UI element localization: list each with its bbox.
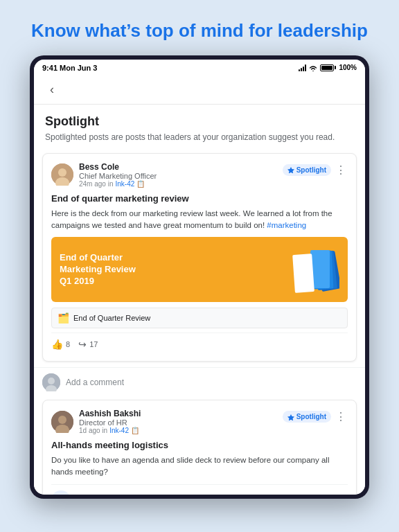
marketing-card-subtitle: Q1 2019 <box>60 276 136 287</box>
marketing-graphic <box>284 245 339 294</box>
more-menu-1[interactable]: ⋮ <box>334 162 348 178</box>
svg-marker-15 <box>287 414 294 420</box>
svg-point-13 <box>58 416 66 424</box>
tablet-frame: 9:41 Mon Jun 3 100% <box>30 55 369 499</box>
poll-row: Poll View 30 votes • Undo vote <box>51 484 348 495</box>
post-reactions-1: 👍 8 ↪ 17 <box>51 332 348 353</box>
spotlight-header: Spotlight Spotlighted posts are posts th… <box>34 105 365 148</box>
comment-input[interactable]: Add a comment <box>66 378 357 387</box>
battery-icon <box>320 64 336 71</box>
signal-icon <box>299 64 306 71</box>
post-actions-2: Spotlight ⋮ <box>283 409 348 425</box>
doc-name: End of Quarter Review <box>73 314 150 322</box>
avatar-2 <box>51 411 73 433</box>
page-title: Know what’s top of mind for leadership <box>22 19 377 43</box>
back-button[interactable]: ‹ <box>44 82 60 98</box>
like-count-1: 8 <box>66 340 70 348</box>
poll-icon-container <box>51 490 71 495</box>
post-author-1: Bess Cole Chief Marketing Officer 24m ag… <box>51 162 157 188</box>
author-title-2: Director of HR <box>79 418 141 427</box>
post-card-1: Bess Cole Chief Marketing Officer 24m ag… <box>42 153 357 362</box>
marketing-card: End of QuarterMarketing Review Q1 2019 <box>51 237 348 302</box>
wifi-icon <box>309 64 317 71</box>
content-area[interactable]: ‹ Spotlight Spotlighted posts are posts … <box>34 76 365 495</box>
doc-icon: 🗂️ <box>57 312 69 323</box>
post-author-2: Aashish Bakshi Director of HR 1d ago in … <box>51 409 141 434</box>
svg-marker-3 <box>287 167 294 173</box>
comment-avatar <box>42 373 60 391</box>
svg-rect-8 <box>292 254 314 293</box>
channel-link-2[interactable]: Ink-42 <box>109 427 129 434</box>
author-meta-2: 1d ago in Ink-42 📋 <box>79 427 141 434</box>
hashtag-1[interactable]: #marketing <box>267 221 306 229</box>
comment-area-1: Add a comment <box>34 367 365 397</box>
share-icon: ↪ <box>78 339 87 350</box>
battery-percent: 100% <box>339 64 357 71</box>
thumbs-up-icon: 👍 <box>51 339 63 350</box>
svg-point-10 <box>48 378 55 384</box>
author-name-1: Bess Cole <box>79 162 157 172</box>
share-count-1: 17 <box>89 340 98 348</box>
post-body-1: Here is the deck from our marketing revi… <box>51 208 348 232</box>
doc-attachment-1[interactable]: 🗂️ End of Quarter Review <box>51 308 348 328</box>
avatar-1 <box>51 163 73 186</box>
spotlight-icon <box>287 166 294 173</box>
author-title-1: Chief Marketing Officer <box>79 172 157 180</box>
author-name-2: Aashish Bakshi <box>79 409 141 418</box>
top-nav: ‹ <box>34 76 365 105</box>
status-time: 9:41 Mon Jun 3 <box>42 64 97 72</box>
post-body-2: Do you like to have an agenda and slide … <box>51 454 348 479</box>
more-menu-2[interactable]: ⋮ <box>334 409 348 425</box>
spotlight-badge-1[interactable]: Spotlight <box>283 164 331 176</box>
spotlight-title: Spotlight <box>45 114 354 129</box>
post-title-2: All-hands meeting logistics <box>51 440 348 450</box>
author-meta-1: 24m ago in Ink-42 📋 <box>79 180 157 188</box>
post-card-2: Aashish Bakshi Director of HR 1d ago in … <box>42 400 357 495</box>
spotlight-icon-2 <box>287 414 294 420</box>
post-actions-1: Spotlight ⋮ <box>283 162 348 178</box>
marketing-card-title: End of QuarterMarketing Review <box>60 252 136 276</box>
share-button-1[interactable]: ↪ 17 <box>78 339 98 350</box>
post-title-1: End of quarter marketing review <box>51 193 348 204</box>
svg-point-1 <box>58 168 66 177</box>
like-button-1[interactable]: 👍 8 <box>51 339 70 350</box>
spotlight-badge-2[interactable]: Spotlight <box>283 411 331 423</box>
spotlight-subtitle: Spotlighted posts are posts that leaders… <box>45 132 354 143</box>
channel-link-1[interactable]: Ink-42 <box>115 180 134 188</box>
page-header: Know what’s top of mind for leadership <box>0 0 399 55</box>
status-bar: 9:41 Mon Jun 3 100% <box>34 60 365 76</box>
